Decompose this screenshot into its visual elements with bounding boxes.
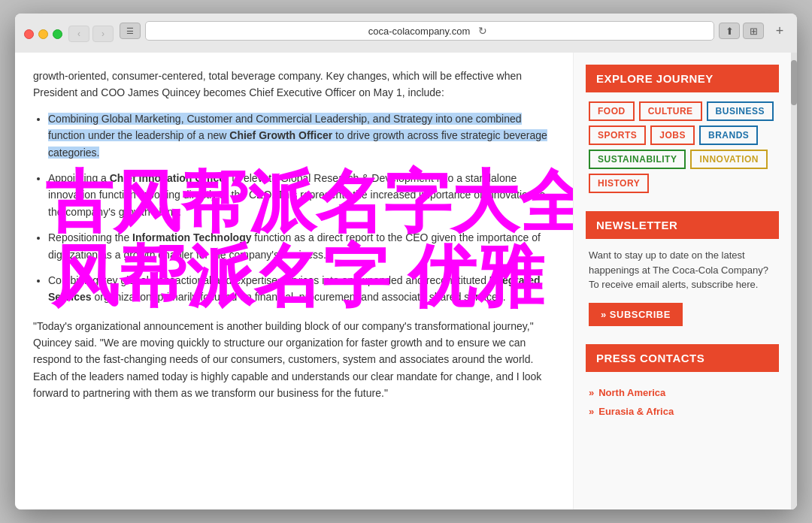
tag-sports[interactable]: SPORTS <box>589 125 646 145</box>
tag-history[interactable]: HISTORY <box>589 174 649 193</box>
explore-journey-section: EXPLORE JOURNEY FOOD CULTURE BUSINESS SP… <box>586 65 779 193</box>
browser-chrome: ‹ › ☰ coca-colacompany.com ↻ ⬆ ⊞ + <box>15 14 797 53</box>
tag-innovation[interactable]: INNOVATION <box>690 150 768 169</box>
newsletter-section: NEWSLETTER Want to stay up to date on th… <box>586 211 779 326</box>
add-tab-button[interactable]: ⊞ <box>743 23 764 39</box>
quote-text: "Today's organizational announcement is … <box>33 318 555 402</box>
bullet-item-1: Combining Global Marketing, Customer and… <box>48 110 555 161</box>
explore-journey-header: EXPLORE JOURNEY <box>586 65 779 92</box>
bullet-item-3: Repositioning the Information Technology… <box>48 229 555 263</box>
press-contacts-header: PRESS CONTACTS <box>586 344 779 372</box>
back-button[interactable]: ‹ <box>68 26 89 42</box>
newsletter-body: Want to stay up to date on the latest ha… <box>586 248 779 326</box>
close-button[interactable] <box>24 29 34 39</box>
new-tab-button[interactable]: + <box>771 23 788 39</box>
main-content: growth-oriented, consumer-centered, tota… <box>15 53 573 509</box>
forward-button[interactable]: › <box>92 26 114 42</box>
press-link-eurasia-africa[interactable]: Eurasia & Africa <box>589 406 776 417</box>
scrollbar-track[interactable] <box>791 53 797 509</box>
newsletter-description: Want to stay up to date on the latest ha… <box>589 248 776 292</box>
press-contacts-section: PRESS CONTACTS North America Eurasia & A… <box>586 344 779 417</box>
share-button[interactable]: ⬆ <box>719 23 740 39</box>
traffic-lights <box>24 29 62 39</box>
url-text: coca-colacompany.com <box>368 26 471 37</box>
tag-jobs[interactable]: JOBS <box>650 125 695 145</box>
article-intro: growth-oriented, consumer-centered, tota… <box>33 68 555 101</box>
bullet-item-2: Appointing a Chief Innovation Officer to… <box>48 170 555 220</box>
newsletter-header: NEWSLETTER <box>586 211 779 239</box>
subscribe-button[interactable]: SUBSCRIBE <box>589 303 683 326</box>
tag-sustainability[interactable]: SUSTAINABILITY <box>589 150 686 169</box>
address-bar[interactable]: coca-colacompany.com ↻ <box>145 21 714 41</box>
press-contacts-body: North America Eurasia & Africa <box>586 381 779 417</box>
browser-content: growth-oriented, consumer-centered, tota… <box>15 53 797 509</box>
tags-grid: FOOD CULTURE BUSINESS SPORTS JOBS BRANDS… <box>586 101 779 193</box>
bullet-item-4: Combining key global transactional and e… <box>48 272 555 306</box>
tag-brands[interactable]: BRANDS <box>699 125 758 145</box>
scrollbar-thumb[interactable] <box>791 60 797 105</box>
press-link-north-america[interactable]: North America <box>589 387 776 398</box>
sidebar: EXPLORE JOURNEY FOOD CULTURE BUSINESS SP… <box>573 53 791 509</box>
tag-culture[interactable]: CULTURE <box>639 101 702 121</box>
bullet-list: Combining Global Marketing, Customer and… <box>33 110 555 306</box>
bullet1-highlighted: Combining Global Marketing, Customer and… <box>48 113 547 159</box>
maximize-button[interactable] <box>53 29 62 39</box>
tag-business[interactable]: BUSINESS <box>707 101 774 121</box>
browser-window: ‹ › ☰ coca-colacompany.com ↻ ⬆ ⊞ + gr <box>15 14 797 509</box>
tag-food[interactable]: FOOD <box>589 101 635 121</box>
reader-button[interactable]: ☰ <box>120 23 141 39</box>
minimize-button[interactable] <box>38 29 48 39</box>
reload-button[interactable]: ↻ <box>474 23 491 39</box>
